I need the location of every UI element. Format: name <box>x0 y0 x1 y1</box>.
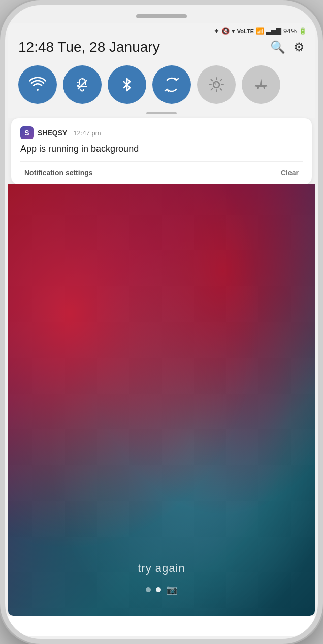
phone-screen: ∗ 🔇 ▾ VoLTE 📶 ▃▅▇ 94% 🔋 12:48 Tue, 28 Ja… <box>8 23 315 636</box>
status-bar: ∗ 🔇 ▾ VoLTE 📶 ▃▅▇ 94% 🔋 <box>8 23 315 37</box>
notification-settings-button[interactable]: Notification settings <box>20 167 97 179</box>
silent-tile[interactable] <box>63 65 102 104</box>
clear-button[interactable]: Clear <box>277 167 303 179</box>
search-icon[interactable]: 🔍 <box>270 40 285 54</box>
datetime-display: 12:48 Tue, 28 January <box>18 39 160 55</box>
camera-shortcut-icon[interactable]: 📷 <box>166 584 177 595</box>
sync-tile[interactable] <box>152 65 191 104</box>
wallpaper-area: try again 📷 <box>8 184 315 616</box>
airplane-tile[interactable] <box>242 65 280 104</box>
quick-tiles-row <box>8 61 315 110</box>
notification-header: S SHEQSY 12:47 pm <box>20 126 303 139</box>
volume-button <box>0 117 3 142</box>
bluetooth-status-icon: ∗ <box>214 27 219 35</box>
drag-handle <box>146 112 177 114</box>
wifi-status-icon: 📶 <box>256 27 264 35</box>
battery-icon: 🔋 <box>299 27 307 35</box>
wallpaper-background <box>8 184 315 616</box>
flashlight-tile[interactable] <box>197 65 236 104</box>
notification-time: 12:47 pm <box>73 129 101 137</box>
page-indicators: 📷 <box>146 584 177 595</box>
quick-settings-header: 12:48 Tue, 28 January 🔍 ⚙ <box>8 37 315 61</box>
bottom-bar <box>8 616 315 636</box>
app-icon: S <box>20 126 34 139</box>
drag-handle-area <box>8 110 315 118</box>
signal-icon: ▃▅▇ <box>266 27 281 35</box>
notification-card: S SHEQSY 12:47 pm App is running in back… <box>11 118 312 184</box>
wifi-tile[interactable] <box>18 65 57 104</box>
page-dot-2 <box>156 587 161 592</box>
notification-message: App is running in background <box>20 144 303 154</box>
location-status-icon: ▾ <box>232 27 235 35</box>
volte-icon: VoLTE <box>237 28 254 34</box>
app-name: SHEQSY <box>38 129 67 137</box>
header-action-icons: 🔍 ⚙ <box>270 40 305 54</box>
bluetooth-tile[interactable] <box>108 65 146 104</box>
power-button <box>320 127 323 167</box>
app-icon-letter: S <box>24 129 29 137</box>
settings-icon[interactable]: ⚙ <box>294 40 305 54</box>
speaker <box>136 14 187 18</box>
status-icons: ∗ 🔇 ▾ VoLTE 📶 ▃▅▇ 94% 🔋 <box>214 27 307 35</box>
battery-percentage: 94% <box>283 27 297 35</box>
notification-actions: Notification settings Clear <box>20 161 303 184</box>
try-again-text: try again <box>138 562 185 575</box>
page-dot-1 <box>146 587 151 592</box>
silent-status-icon: 🔇 <box>221 27 230 35</box>
phone-frame: ∗ 🔇 ▾ VoLTE 📶 ▃▅▇ 94% 🔋 12:48 Tue, 28 Ja… <box>0 0 323 644</box>
